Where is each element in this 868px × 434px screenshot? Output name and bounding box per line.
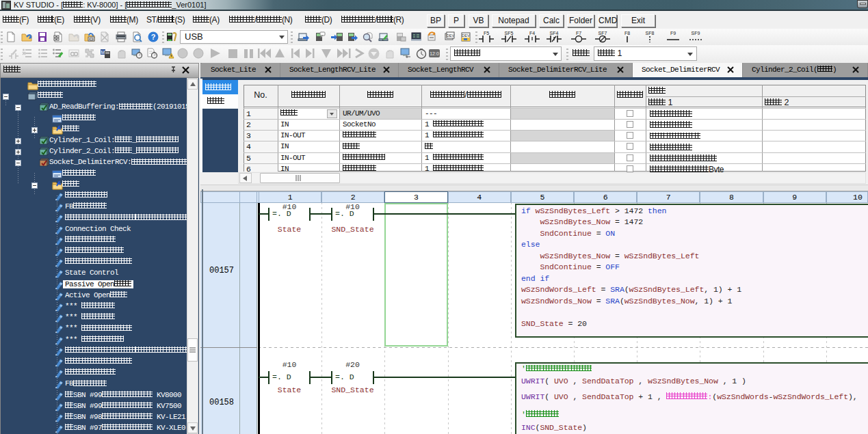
svg-text:12:0: 12:0 [430,51,439,56]
svg-text:F5: F5 [484,31,489,36]
svg-text:?: ? [151,33,156,41]
svg-text:SF8: SF8 [646,31,655,36]
svg-text:SF4: SF4 [550,31,559,36]
svg-text:SF9: SF9 [692,31,700,36]
svg-text:F8: F8 [624,31,630,36]
svg-text:SF7: SF7 [599,31,607,36]
svg-text:DEV: DEV [462,33,470,38]
svg-text:F4: F4 [529,31,535,36]
svg-text:F9: F9 [670,31,676,36]
svg-text:SF5: SF5 [505,31,514,36]
svg-text:DEV: DEV [447,33,455,38]
svg-text:M: M [101,50,105,55]
svg-text:F7: F7 [576,31,581,36]
